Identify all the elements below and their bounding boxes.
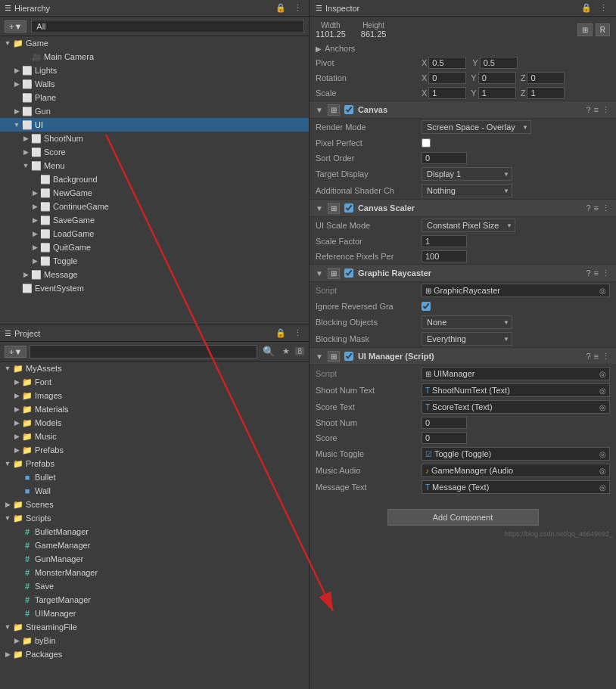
tree-arrow[interactable]: ▶: [12, 446, 21, 454]
ui-manager-menu-icon[interactable]: ⋮: [602, 352, 610, 362]
tree-arrow[interactable]: ▼: [12, 121, 21, 129]
ui-manager-enabled-checkbox[interactable]: [344, 352, 353, 361]
canvas-scaler-question-icon[interactable]: ?: [586, 203, 590, 213]
blocking-objects-dropdown-wrapper[interactable]: None: [422, 315, 512, 329]
tree-arrow[interactable]: ▼: [3, 623, 12, 631]
tree-item-uimanager[interactable]: #UIManager: [0, 607, 309, 620]
tree-arrow[interactable]: ▶: [12, 419, 21, 427]
tree-item-bullet[interactable]: ■Bullet: [0, 470, 309, 484]
rotation-y-input[interactable]: [478, 72, 516, 84]
ignore-reversed-checkbox[interactable]: [422, 302, 431, 311]
tree-item-targetmanager[interactable]: #TargetManager: [0, 593, 309, 607]
ref-pixels-input[interactable]: [422, 250, 467, 262]
tree-arrow[interactable]: ▶: [30, 244, 39, 251]
tree-arrow[interactable]: ▶: [12, 80, 21, 88]
ui-manager-collapse-arrow[interactable]: ▼: [316, 352, 323, 361]
tree-arrow[interactable]: ▶: [3, 650, 12, 658]
tree-item-models[interactable]: ▶📁Models: [0, 416, 309, 430]
tree-item-prefabs[interactable]: ▼📁Prefabs: [0, 457, 309, 470]
pivot-x-input[interactable]: [428, 57, 466, 69]
project-add-button[interactable]: +▼: [5, 346, 26, 358]
music-audio-ref[interactable]: ♪ GameManager (Audio ◎: [422, 464, 610, 477]
tree-item-loadgame[interactable]: ▶⬜LoadGame: [0, 227, 309, 241]
render-mode-dropdown-wrapper[interactable]: Screen Space - Overlay: [422, 120, 531, 134]
shoot-num-text-ref[interactable]: T ShootNumText (Text) ◎: [422, 383, 610, 397]
rotation-x-input[interactable]: [428, 72, 466, 84]
tree-item-scenes[interactable]: ▶📁Scenes: [0, 498, 309, 511]
graphic-raycaster-collapse-arrow[interactable]: ▼: [316, 269, 323, 278]
ui-manager-question-icon[interactable]: ?: [586, 352, 590, 362]
message-text-target-icon[interactable]: ◎: [599, 483, 606, 492]
project-lock-icon[interactable]: 🔒: [273, 327, 288, 339]
tree-arrow[interactable]: ▶: [30, 203, 39, 210]
tree-item-prefabs-sub[interactable]: ▶📁Prefabs: [0, 443, 309, 457]
tree-item-scripts[interactable]: ▼📁Scripts: [0, 511, 309, 525]
hierarchy-add-button[interactable]: +▼: [5, 20, 26, 33]
tree-item-menu[interactable]: ▼⬜Menu: [0, 159, 309, 172]
canvas-component-header[interactable]: ▼ ⊞ Canvas ? ≡ ⋮: [310, 101, 616, 119]
graphic-raycaster-enabled-checkbox[interactable]: [344, 268, 353, 278]
tree-arrow[interactable]: ▶: [12, 378, 21, 386]
tree-arrow[interactable]: ▼: [3, 514, 12, 522]
gr-script-ref[interactable]: ⊞ GraphicRaycaster ◎: [422, 284, 610, 297]
tree-arrow[interactable]: ▶: [12, 637, 21, 644]
tree-arrow[interactable]: ▶: [12, 433, 21, 440]
scale-x-input[interactable]: [428, 87, 466, 99]
score-text-ref[interactable]: T ScoreText (Text) ◎: [422, 400, 610, 414]
tree-arrow[interactable]: ▶: [30, 189, 39, 197]
tree-item-materials[interactable]: ▶📁Materials: [0, 402, 309, 416]
music-toggle-target-icon[interactable]: ◎: [599, 450, 606, 458]
ui-scale-mode-dropdown-wrapper[interactable]: Constant Pixel Size: [422, 219, 515, 232]
tree-arrow[interactable]: ▶: [12, 107, 21, 115]
hierarchy-menu-icon[interactable]: ⋮: [291, 2, 304, 14]
gr-script-target-icon[interactable]: ◎: [599, 287, 606, 295]
tree-item-quitgame[interactable]: ▶⬜QuitGame: [0, 241, 309, 254]
tree-arrow[interactable]: ▶: [30, 230, 39, 237]
tree-item-toggle[interactable]: ▶⬜Toggle: [0, 254, 309, 268]
tree-item-bybin[interactable]: ▶📁byBin: [0, 634, 309, 647]
tree-item-myassets[interactable]: ▼📁MyAssets: [0, 362, 309, 375]
tree-item-main-camera[interactable]: 🎥Main Camera: [0, 50, 309, 64]
project-menu-icon[interactable]: ⋮: [291, 327, 304, 339]
score-text-target-icon[interactable]: ◎: [599, 403, 606, 411]
rotation-z-input[interactable]: [527, 72, 565, 84]
canvas-collapse-arrow[interactable]: ▼: [316, 106, 323, 114]
shoot-num-input[interactable]: [422, 417, 467, 429]
tree-item-ui[interactable]: ▼⬜UI: [0, 118, 309, 132]
inspector-menu-icon[interactable]: ⋮: [597, 2, 610, 14]
canvas-menu-icon[interactable]: ⋮: [602, 105, 610, 115]
project-search-input[interactable]: [30, 345, 257, 358]
tree-item-message[interactable]: ▶⬜Message: [0, 268, 309, 281]
blocking-mask-select[interactable]: Everything: [422, 332, 512, 346]
tree-arrow[interactable]: ▶: [12, 405, 21, 413]
tree-item-gun[interactable]: ▶⬜Gun: [0, 104, 309, 118]
tree-item-eventsystem[interactable]: ⬜EventSystem: [0, 281, 309, 295]
canvas-scaler-settings-icon[interactable]: ≡: [594, 203, 599, 213]
tree-item-packages[interactable]: ▶📁Packages: [0, 647, 309, 661]
tree-item-shootnum[interactable]: ▶⬜ShootNum: [0, 132, 309, 145]
tree-arrow[interactable]: ▼: [21, 162, 30, 169]
blocking-mask-dropdown-wrapper[interactable]: Everything: [422, 332, 512, 346]
tree-item-walls[interactable]: ▶⬜Walls: [0, 77, 309, 91]
canvas-scaler-enabled-checkbox[interactable]: [344, 203, 353, 213]
tree-item-bulletmanager[interactable]: #BulletManager: [0, 525, 309, 538]
tree-item-game[interactable]: ▼📁Game: [0, 36, 309, 50]
uim-script-target-icon[interactable]: ◎: [599, 370, 606, 378]
additional-shader-select[interactable]: Nothing: [422, 184, 512, 197]
tree-item-images[interactable]: ▶📁Images: [0, 389, 309, 402]
tree-item-gamemanager[interactable]: #GameManager: [0, 538, 309, 552]
tree-item-font[interactable]: ▶📁Font: [0, 375, 309, 389]
tree-item-savegame[interactable]: ▶⬜SaveGame: [0, 213, 309, 227]
score-input[interactable]: [422, 432, 467, 444]
canvas-scaler-menu-icon[interactable]: ⋮: [602, 203, 610, 213]
project-search-icon[interactable]: 🔍: [260, 345, 277, 358]
message-text-ref[interactable]: T Message (Text) ◎: [422, 480, 610, 494]
ui-scale-mode-select[interactable]: Constant Pixel Size: [422, 219, 515, 232]
canvas-settings-icon[interactable]: ≡: [594, 105, 599, 115]
tree-arrow[interactable]: ▶: [3, 501, 12, 508]
hierarchy-search-input[interactable]: [31, 20, 304, 33]
tree-arrow[interactable]: ▶: [30, 216, 39, 224]
additional-shader-dropdown-wrapper[interactable]: Nothing: [422, 184, 512, 197]
ui-manager-settings-icon[interactable]: ≡: [594, 352, 599, 362]
graphic-raycaster-menu-icon[interactable]: ⋮: [602, 268, 610, 278]
